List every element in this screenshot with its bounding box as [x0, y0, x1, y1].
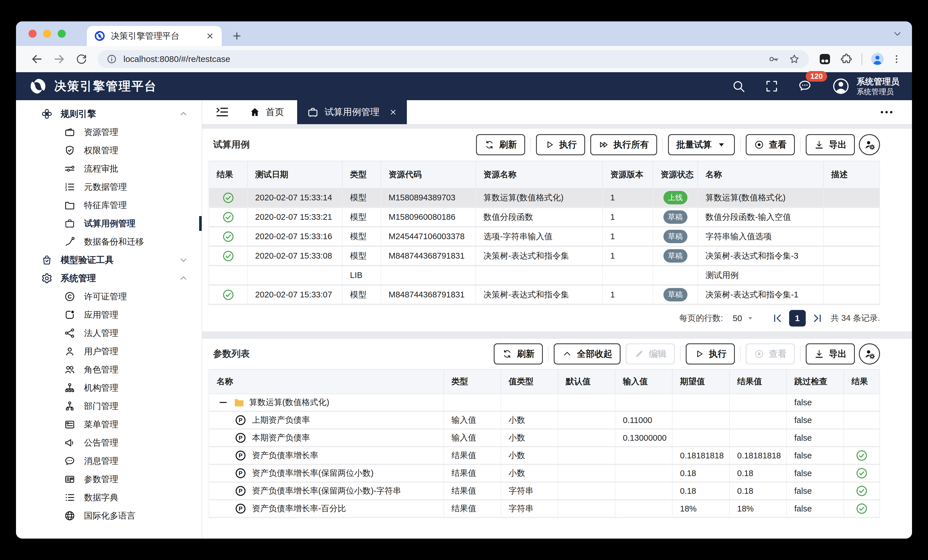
browser-menu-icon[interactable]	[891, 53, 902, 65]
button-执行[interactable]: 执行	[686, 343, 735, 364]
messages-button[interactable]: 120	[798, 79, 812, 94]
param-name: 资产负债率增长率(保留两位小数)-字符串	[252, 485, 401, 497]
last-page-icon[interactable]	[812, 312, 823, 324]
sidebar-section[interactable]: 规则引擎	[16, 105, 202, 123]
param-row[interactable]: P资产负债率增长率结果值小数0.181818180.18181818false	[209, 447, 879, 465]
tab-close-x-icon[interactable]	[389, 108, 397, 116]
sidebar-item[interactable]: 部门管理	[16, 397, 202, 415]
sidebar-item[interactable]: 用户管理	[16, 342, 202, 361]
button-刷新[interactable]: 刷新	[476, 134, 525, 155]
back-button[interactable]	[30, 53, 43, 65]
window-zoom-button[interactable]	[58, 30, 66, 38]
more-options-icon[interactable]	[879, 105, 894, 120]
bookmark-star-icon[interactable]	[788, 53, 800, 65]
button-查看[interactable]: 查看	[746, 343, 795, 364]
sidebar-item[interactable]: 国际化多语言	[16, 507, 202, 525]
extensions-puzzle-icon[interactable]	[840, 53, 853, 65]
button-查看[interactable]: 查看	[746, 134, 795, 155]
tab-close-icon[interactable]	[206, 32, 214, 40]
first-page-icon[interactable]	[771, 312, 783, 324]
sidebar-item[interactable]: 权限管理	[16, 141, 202, 160]
rows-per-page-caret-icon[interactable]	[746, 314, 754, 322]
column-settings-button[interactable]	[859, 134, 880, 155]
browser-profile-avatar[interactable]	[870, 52, 885, 66]
sidebar-item[interactable]: 消息管理	[16, 452, 202, 470]
sidebar-section[interactable]: 模型验证工具	[16, 251, 202, 269]
button-导出[interactable]: 导出	[806, 134, 855, 155]
column-settings-button[interactable]	[859, 343, 880, 364]
address-bar[interactable]: localhost:8080/#/re/testcase	[98, 50, 809, 68]
param-row[interactable]: P资产负债率增长率-百分比结果值字符串18%18%false	[209, 500, 879, 518]
chevron-up-icon[interactable]	[179, 109, 188, 119]
param-type-cell: 结果值	[444, 465, 501, 481]
button-执行所有[interactable]: 执行所有	[590, 134, 657, 155]
window-minimize-button[interactable]	[43, 30, 51, 38]
tab-testcase-active[interactable]: 试算用例管理	[297, 100, 407, 124]
sidebar-item[interactable]: 角色管理	[16, 361, 202, 379]
tabstrip-chevron-icon[interactable]	[893, 29, 902, 38]
user-gear-icon	[864, 139, 875, 151]
export-icon	[814, 349, 824, 359]
forward-button[interactable]	[53, 53, 66, 65]
sidebar-item[interactable]: 应用管理	[16, 306, 202, 324]
param-name: 本期资产负债率	[252, 432, 310, 444]
site-info-icon[interactable]	[106, 54, 117, 64]
table-row[interactable]: 2020-02-07 15:33:07模型M848744368791831决策树…	[209, 286, 879, 305]
button-导出[interactable]: 导出	[806, 343, 855, 364]
param-row[interactable]: P资产负债率增长率(保留两位小数)结果值小数0.180.18false	[209, 465, 879, 482]
collapse-sidebar-icon[interactable]	[215, 105, 229, 119]
button-执行[interactable]: 执行	[536, 134, 585, 155]
user-info[interactable]: 系统管理员 系统管理员	[856, 76, 899, 97]
button-批量试算[interactable]: 批量试算	[668, 134, 735, 155]
sidebar-item[interactable]: 123元数据管理	[16, 178, 202, 196]
sidebar-item[interactable]: 数据备份和迁移	[16, 233, 202, 251]
sliders-icon	[64, 163, 75, 174]
value-type-cell: 字符串	[501, 500, 558, 517]
column-header: 资源版本	[603, 161, 653, 188]
sidebar-item[interactable]: 资源管理	[16, 123, 202, 141]
table-row[interactable]: 2020-02-07 15:33:16模型M245447106003378选项-…	[209, 227, 879, 247]
sidebar-section[interactable]: 系统管理	[16, 269, 202, 288]
sidebar-item[interactable]: 法人管理	[16, 324, 202, 342]
button-编辑[interactable]: 编辑	[626, 343, 675, 364]
param-result-cell	[844, 447, 879, 464]
sidebar-item-active[interactable]: 试算用例管理	[16, 215, 202, 233]
table-row[interactable]: 2020-02-07 15:33:21模型M1580960080186数值分段函…	[209, 208, 879, 227]
sidebar-item[interactable]: 许可证管理	[16, 288, 202, 306]
sidebar-item[interactable]: 参数管理	[16, 470, 202, 488]
param-row[interactable]: P资产负债率增长率(保留两位小数)-字符串结果值字符串0.180.18false	[209, 482, 879, 500]
param-type-cell	[444, 394, 501, 411]
button-刷新[interactable]: 刷新	[494, 343, 543, 364]
param-row[interactable]: P本期资产负债率输入值小数0.13000000false	[209, 429, 879, 447]
reload-button[interactable]	[75, 53, 88, 65]
button-全部收起[interactable]: 全部收起	[554, 343, 621, 364]
rows-per-page-value[interactable]: 50	[733, 313, 742, 323]
extension-tile-icon[interactable]	[818, 52, 832, 66]
new-tab-button[interactable]	[231, 30, 242, 41]
browser-tab[interactable]: 决策引擎管理平台	[87, 26, 222, 46]
user-avatar[interactable]	[832, 78, 850, 95]
param-row[interactable]: 算数运算(数值格式化)false	[209, 394, 879, 412]
status-badge: 草稿	[664, 210, 687, 224]
search-icon[interactable]	[731, 79, 746, 93]
sidebar-item[interactable]: 特征库管理	[16, 196, 202, 215]
input-value-cell	[615, 394, 673, 411]
sidebar-item[interactable]: 菜单管理	[16, 415, 202, 434]
fullscreen-icon[interactable]	[765, 79, 779, 93]
table-row[interactable]: 2020-02-07 15:33:14模型M1580894389703算数运算(…	[209, 189, 879, 208]
type-cell: LIB	[343, 266, 381, 284]
chevron-down-icon[interactable]	[179, 256, 188, 265]
tab-home[interactable]: 首页	[249, 106, 284, 119]
password-key-icon[interactable]	[768, 53, 780, 65]
sidebar-item[interactable]: 数据字典	[16, 488, 202, 507]
param-row[interactable]: P上期资产负债率输入值小数0.11000false	[209, 412, 879, 429]
sidebar-item[interactable]: 机构管理	[16, 379, 202, 397]
table-row[interactable]: 2020-02-07 15:33:08模型M848744368791831决策树…	[209, 247, 879, 266]
chevron-up-icon[interactable]	[179, 274, 188, 283]
sidebar-item[interactable]: 公告管理	[16, 434, 202, 452]
collapse-minus-icon[interactable]	[218, 397, 228, 407]
current-page-button[interactable]: 1	[789, 310, 806, 327]
table-row[interactable]: LIB测试用例	[209, 266, 879, 286]
window-close-button[interactable]	[29, 30, 37, 38]
sidebar-item[interactable]: 流程审批	[16, 160, 202, 178]
